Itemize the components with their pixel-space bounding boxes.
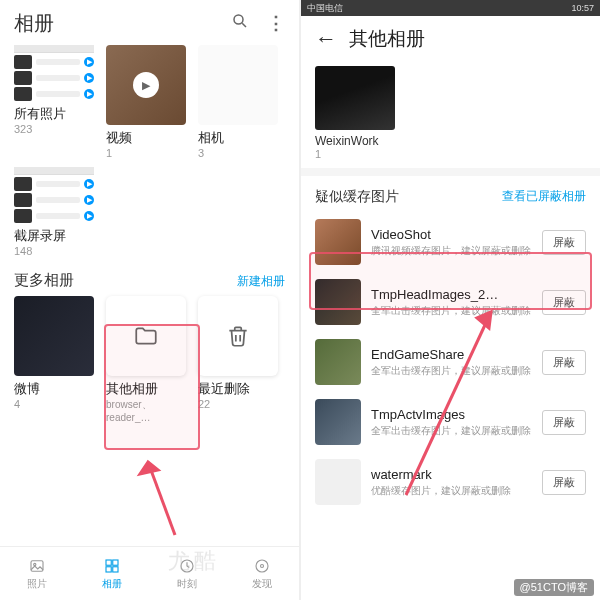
nav-photos[interactable]: 照片 [0, 547, 75, 600]
status-bar: 中国电信 10:57 [301, 0, 600, 16]
cache-item-tmpactv[interactable]: TmpActvImages 全军出击缓存图片，建议屏蔽或删除 屏蔽 [301, 392, 600, 452]
svg-marker-12 [140, 462, 158, 474]
svg-point-10 [260, 564, 263, 567]
nav-discover[interactable]: 发现 [224, 547, 299, 600]
cache-desc: 腾讯视频缓存图片，建议屏蔽或删除 [371, 244, 532, 257]
album-label: 相机 [198, 129, 278, 147]
cache-desc: 全军出击缓存图片，建议屏蔽或删除 [371, 364, 532, 377]
status-time: 10:57 [571, 3, 594, 13]
album-label: 最近删除 [198, 380, 278, 398]
folder-icon [106, 296, 186, 376]
section-title: 更多相册 [14, 271, 237, 290]
album-label: 视频 [106, 129, 186, 147]
cache-item-tmphead[interactable]: TmpHeadImages_2… 全军出击缓存图片，建议屏蔽或删除 屏蔽 [301, 272, 600, 332]
album-sub: browser、reader_… [106, 398, 186, 423]
cache-name: watermark [371, 467, 532, 482]
album-label: 微博 [14, 380, 94, 398]
svg-rect-6 [106, 566, 111, 571]
svg-point-0 [234, 15, 243, 24]
more-icon[interactable]: ⋮ [267, 12, 285, 35]
more-albums-header: 更多相册 新建相册 [0, 257, 299, 296]
album-count: 1 [106, 147, 186, 159]
cache-item-videoshot[interactable]: VideoShot 腾讯视频缓存图片，建议屏蔽或删除 屏蔽 [301, 212, 600, 272]
svg-rect-5 [113, 560, 118, 565]
svg-line-11 [148, 462, 175, 535]
cache-item-endgame[interactable]: EndGameShare 全军出击缓存图片，建议屏蔽或删除 屏蔽 [301, 332, 600, 392]
cache-desc: 全军出击缓存图片，建议屏蔽或删除 [371, 304, 532, 317]
album-videos[interactable]: ▶ 视频 1 [106, 45, 186, 159]
album-label: 其他相册 [106, 380, 186, 398]
play-icon: ▶ [133, 72, 159, 98]
cache-name: EndGameShare [371, 347, 532, 362]
album-row-2: ▶ ▶ ▶ 截屏录屏 148 [0, 167, 299, 257]
nav-label: 时刻 [177, 577, 197, 591]
right-screen: 中国电信 10:57 ← 其他相册 WeixinWork 1 疑似缓存图片 查看… [301, 0, 600, 600]
nav-label: 相册 [102, 577, 122, 591]
trash-icon [198, 296, 278, 376]
svg-rect-4 [106, 560, 111, 565]
album-row-3: 微博 4 其他相册 browser、reader_… 最近删除 22 [0, 296, 299, 423]
block-button[interactable]: 屏蔽 [542, 290, 586, 315]
album-count: 22 [198, 398, 278, 410]
svg-point-9 [256, 560, 268, 572]
cache-name: VideoShot [371, 227, 532, 242]
album-row-1: ▶ ▶ ▶ 所有照片 323 ▶ 视频 1 相机 3 [0, 45, 299, 159]
cache-name: TmpHeadImages_2… [371, 287, 532, 302]
svg-rect-2 [31, 560, 43, 571]
section-title: 疑似缓存图片 [315, 188, 502, 206]
block-button[interactable]: 屏蔽 [542, 350, 586, 375]
album-count: 323 [14, 123, 94, 135]
block-button[interactable]: 屏蔽 [542, 410, 586, 435]
album-count: 4 [14, 398, 94, 410]
cache-item-watermark[interactable]: watermark 优酷缓存图片，建议屏蔽或删除 屏蔽 [301, 452, 600, 512]
back-icon[interactable]: ← [315, 26, 337, 52]
bottom-nav: 照片 相册 时刻 发现 [0, 546, 299, 600]
cache-header: 疑似缓存图片 查看已屏蔽相册 [301, 176, 600, 212]
cache-desc: 优酷缓存图片，建议屏蔽或删除 [371, 484, 532, 497]
right-header: ← 其他相册 [301, 16, 600, 62]
cache-desc: 全军出击缓存图片，建议屏蔽或删除 [371, 424, 532, 437]
cache-name: TmpActvImages [371, 407, 532, 422]
nav-albums[interactable]: 相册 [75, 547, 150, 600]
svg-rect-7 [113, 566, 118, 571]
view-blocked-link[interactable]: 查看已屏蔽相册 [502, 188, 586, 206]
album-others[interactable]: 其他相册 browser、reader_… [106, 296, 186, 423]
album-weibo[interactable]: 微博 4 [14, 296, 94, 423]
left-screen: 相册 ⋮ ▶ ▶ ▶ 所有照片 323 ▶ 视频 [0, 0, 299, 600]
album-camera[interactable]: 相机 3 [198, 45, 278, 159]
status-carrier: 中国电信 [307, 2, 343, 15]
block-button[interactable]: 屏蔽 [542, 470, 586, 495]
search-icon[interactable] [231, 12, 249, 35]
nav-label: 发现 [252, 577, 272, 591]
album-all-photos[interactable]: ▶ ▶ ▶ 所有照片 323 [14, 45, 94, 159]
album-label: WeixinWork [315, 134, 586, 148]
album-label: 截屏录屏 [14, 227, 94, 245]
page-title: 其他相册 [349, 26, 425, 52]
album-count: 3 [198, 147, 278, 159]
album-count: 148 [14, 245, 94, 257]
album-weixinwork[interactable]: WeixinWork 1 [301, 62, 600, 168]
left-header: 相册 ⋮ [0, 0, 299, 45]
album-screenshots[interactable]: ▶ ▶ ▶ 截屏录屏 148 [14, 167, 94, 257]
new-album-link[interactable]: 新建相册 [237, 273, 285, 290]
arrow-left [130, 450, 190, 540]
album-count: 1 [315, 148, 586, 160]
nav-moments[interactable]: 时刻 [150, 547, 225, 600]
nav-label: 照片 [27, 577, 47, 591]
album-label: 所有照片 [14, 105, 94, 123]
footer-watermark: @51CTO博客 [514, 579, 594, 596]
block-button[interactable]: 屏蔽 [542, 230, 586, 255]
svg-line-1 [242, 23, 246, 27]
page-title: 相册 [14, 10, 231, 37]
album-trash[interactable]: 最近删除 22 [198, 296, 278, 423]
